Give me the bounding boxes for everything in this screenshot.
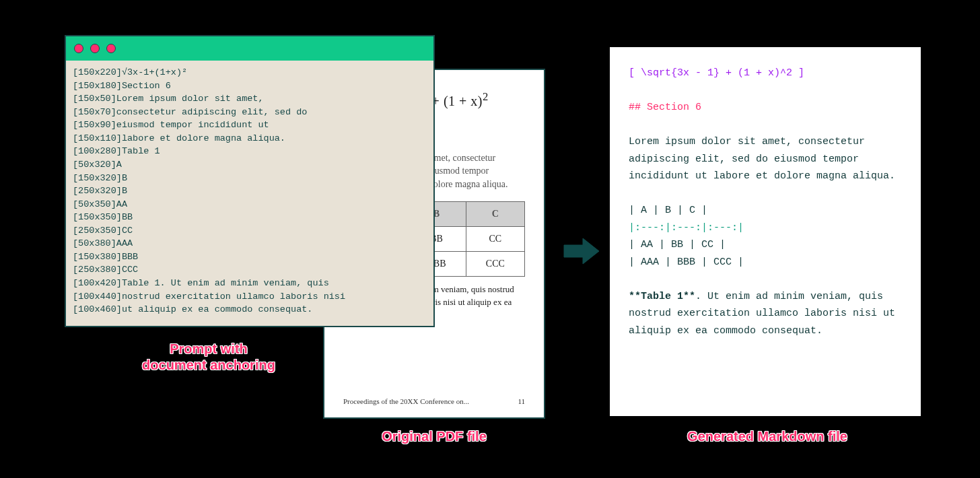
pdf-footer-page: 11 [518,397,525,405]
md-caption: **Table 1**. Ut enim ad minim veniam, qu… [629,288,902,340]
label-pdf: Original PDF file [357,428,512,444]
window-dot [74,44,83,53]
pdf-td: CC [466,227,524,252]
pdf-th: C [466,202,524,227]
label-markdown: Generated Markdown file [660,428,875,444]
md-caption-bold: **Table 1** [629,291,695,302]
terminal-content: [150x220]√3x-1+(1+x)² [150x180]Section 6… [66,61,433,326]
pdf-footer: Proceedings of the 20XX Conference on...… [343,397,525,405]
pdf-eq-exp: 2 [483,90,489,103]
arrow-icon [563,236,600,267]
markdown-output: [ \sqrt{3x - 1} + (1 + x)^2 ] ## Section… [610,47,921,416]
md-heading: ## Section 6 [629,99,902,116]
window-dot [90,44,100,53]
pdf-footer-left: Proceedings of the 20XX Conference on... [343,397,469,405]
pdf-td: CCC [466,252,524,277]
label-prompt: Prompt withdocument anchoring [121,341,296,373]
pdf-eq-tail: + (1 + x) [428,94,483,108]
prompt-terminal: [150x220]√3x-1+(1+x)² [150x180]Section 6… [65,35,435,327]
md-paragraph: Lorem ipsum dolor sit amet, consectetur … [629,133,902,185]
window-dot [106,44,116,53]
md-latex: [ \sqrt{3x - 1} + (1 + x)^2 ] [629,65,902,82]
terminal-titlebar [66,36,433,61]
md-table: | A | B | C ||:---:|:---:|:---:|| AA | B… [629,202,902,271]
